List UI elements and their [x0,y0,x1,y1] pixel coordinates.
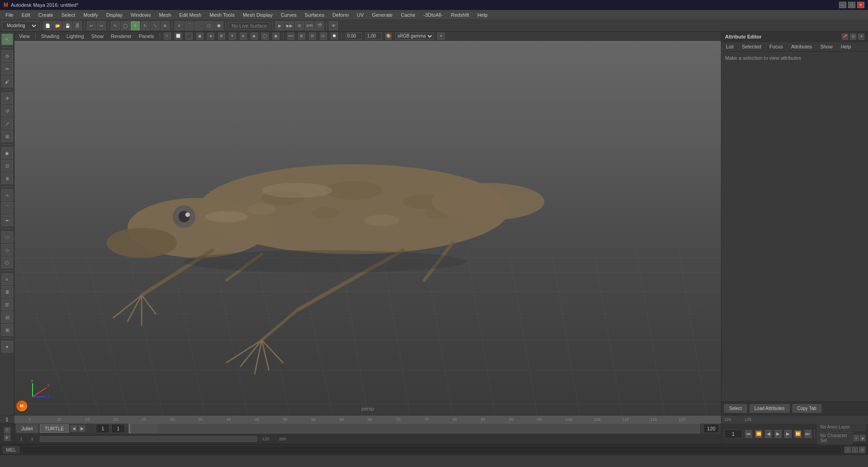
vp-menu-panels[interactable]: Panels [137,33,156,40]
snap-curve-btn[interactable]: ⌒ [185,21,194,30]
anim-layer-btn[interactable]: ▶ [4,434,10,441]
display-options-2[interactable]: ≣ [1,286,13,298]
status-icon-2[interactable]: ! [852,447,858,453]
menu-display[interactable]: Display [103,11,126,19]
vp-icon-12[interactable]: ⟷ [287,33,294,40]
select-tool[interactable]: ↖ [1,33,13,45]
new-file-btn[interactable]: 📄 [43,21,52,30]
vp-menu-show[interactable]: Show [90,33,106,40]
menu-windows[interactable]: Windows [127,11,155,19]
vp-icon-7[interactable]: ✦ [229,33,236,40]
vp-icon-11[interactable]: ▣ [272,33,280,40]
next-frame-btn[interactable]: ▶ [784,430,792,438]
menu-curves[interactable]: Curves [277,11,300,19]
show-manip-btn[interactable]: ⊞ [1,130,13,142]
vp-icon-3[interactable]: ⬛ [185,33,193,40]
anim-range-bar[interactable] [40,436,257,442]
sculpt-tool[interactable]: 🖌 [1,76,13,87]
menu-edit[interactable]: Edit [18,11,34,19]
menu-generate[interactable]: Generate [368,11,396,19]
current-frame-input[interactable] [724,429,742,438]
attr-select-btn[interactable]: Select [724,404,747,413]
attr-editor-pin-btn[interactable]: 📌 [842,33,848,40]
create-nurbs-btn[interactable]: ◇ [1,244,13,256]
soft-mod-tool[interactable]: ◉ [1,147,13,159]
layer-tab-next[interactable]: ▶ [79,425,85,432]
save-file-btn[interactable]: 💾 [63,21,72,30]
cluster-tool[interactable]: ⊡ [1,160,13,172]
display-options-1[interactable]: ≡ [1,273,13,285]
attr-tab-attributes[interactable]: Attributes [789,43,814,50]
vp-icon-14[interactable]: ⊟ [309,33,316,40]
vp-value1-input[interactable] [346,33,362,40]
misc-tool-1[interactable]: ▾ [1,341,13,353]
layer-tab-prev[interactable]: ◀ [71,425,77,432]
rotate-tool-btn[interactable]: ↻ [141,21,150,30]
vp-icon-6[interactable]: ⊞ [218,33,225,40]
show-hide-btn[interactable]: 👁 [329,21,338,30]
attr-editor-close-btn[interactable]: ✕ [858,33,864,40]
go-to-start-btn[interactable]: ⏮ [745,430,752,438]
vp-gamma-expand[interactable]: ▾ [437,33,445,40]
timeline-track[interactable] [128,424,700,434]
vp-menu-lighting[interactable]: Lighting [65,33,86,40]
playblast-btn[interactable]: 🎬 [315,21,324,30]
vp-icon-1[interactable]: ↖ [164,33,171,40]
attr-editor-float-btn[interactable]: ⊡ [850,33,856,40]
select-tool-btn[interactable]: ↖ [111,21,120,30]
undo-btn[interactable]: ↩ [87,21,96,30]
anim-start-frame-input[interactable] [96,424,109,433]
menu-redshift[interactable]: Redshift [447,11,473,19]
ep-curve-tool[interactable]: ⌒ [1,202,13,214]
scale-tool-btn[interactable]: ⤡ [151,21,160,30]
vp-icon-5[interactable]: ◈ [207,33,214,40]
transform-tool-btn[interactable]: ⊕ [161,21,170,30]
menu-edit-mesh[interactable]: Edit Mesh [175,11,205,19]
redo-btn[interactable]: ↪ [97,21,106,30]
viewport[interactable]: View Shading Lighting Show Renderer Pane… [14,32,721,415]
open-file-btn[interactable]: 📂 [53,21,62,30]
create-vol-btn[interactable]: ⬡ [1,257,13,268]
menu-uv[interactable]: UV [353,11,367,19]
layer-tab-turtle[interactable]: TURTLE [40,424,69,433]
prev-frame-btn[interactable]: ◀ [765,430,772,438]
workspace-mode-select[interactable]: Modeling Rigging Animation [2,21,38,30]
lasso-select-btn[interactable]: ◯ [121,21,130,30]
vp-icon-4[interactable]: ▣ [196,33,204,40]
attr-tab-list[interactable]: List [724,43,735,50]
snap-grid-btn[interactable]: # [175,21,184,30]
menu-cache[interactable]: Cache [397,11,419,19]
vp-icon-2[interactable]: ⬜ [175,33,182,40]
vp-icon-13[interactable]: ⊞ [298,33,305,40]
menu-mesh-tools[interactable]: Mesh Tools [206,11,238,19]
gamma-select[interactable]: sRGB gamma [395,33,434,40]
prev-keyframe-btn[interactable]: ⏪ [755,430,762,438]
vp-icon-15[interactable]: ⊡ [320,33,327,40]
menu-create[interactable]: Create [35,11,57,19]
go-to-end-btn[interactable]: ⏭ [804,430,811,438]
anim-current-frame-display[interactable] [111,424,125,433]
menu-mesh-display[interactable]: Mesh Display [239,11,276,19]
mel-command-input[interactable] [22,446,842,454]
display-options-3[interactable]: ☰ [1,299,13,310]
play-btn[interactable]: ▶ [774,430,782,438]
vp-icon-16[interactable]: 🔲 [331,33,338,40]
curve-tool[interactable]: ∿ [1,189,13,201]
next-keyframe-btn[interactable]: ⏩ [794,430,802,438]
lasso-tool[interactable]: ⟳ [1,50,13,62]
snap-point-btn[interactable]: · [194,21,204,30]
status-icon-3[interactable]: ⚙ [859,447,865,453]
minimize-button[interactable]: – [839,2,846,8]
vp-icon-9[interactable]: ◉ [251,33,258,40]
attr-tab-help[interactable]: Help [839,43,853,50]
joint-tool[interactable]: ⊗ [1,172,13,184]
render-settings-btn[interactable]: ⚙ [295,21,304,30]
create-poly-btn[interactable]: □ [1,231,13,243]
menu-help[interactable]: Help [474,11,491,19]
menu-file[interactable]: File [2,11,17,19]
layer-tab-juliet[interactable]: Juliet [16,424,38,433]
menu-deform[interactable]: Deform [329,11,352,19]
display-options-4[interactable]: ⊟ [1,311,13,323]
vp-menu-view[interactable]: View [17,33,32,40]
char-set-key-btn[interactable]: ◆ [860,435,865,441]
